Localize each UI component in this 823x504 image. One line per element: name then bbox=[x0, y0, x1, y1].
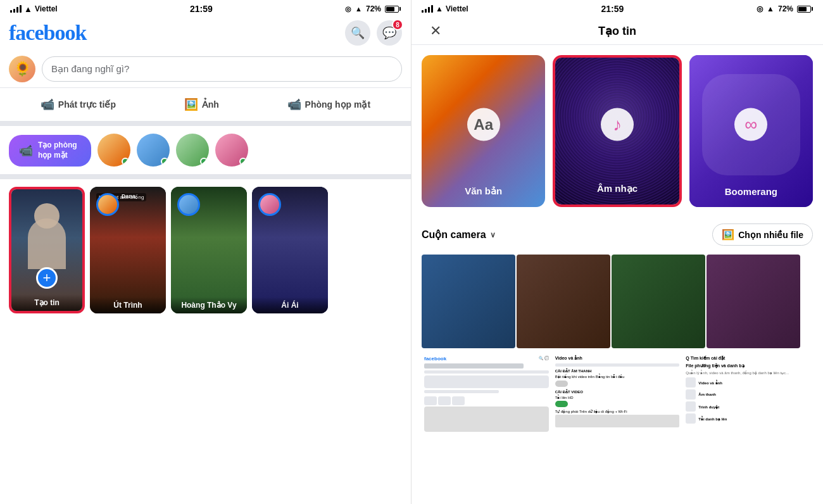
close-button[interactable]: ✕ bbox=[424, 20, 447, 42]
arrow-icon: ▲ bbox=[355, 5, 362, 13]
story-type-boomerang[interactable]: ∞ Boomerang bbox=[689, 55, 813, 207]
vanban-label: Văn bản bbox=[422, 186, 545, 197]
create-room-label: Tạo phònghọp mặt bbox=[38, 141, 77, 160]
battery-pct-left: 72% bbox=[366, 4, 381, 13]
user-avatar: 🌻 bbox=[9, 56, 35, 82]
bar4r bbox=[431, 5, 433, 13]
boomerang-label: Boomerang bbox=[689, 186, 813, 197]
chevron-down-icon: ∨ bbox=[490, 230, 496, 239]
post-input-area: 🌻 Bạn đang nghĩ gì? bbox=[0, 51, 411, 88]
header-icons: 🔍 💬 8 bbox=[345, 20, 402, 46]
status-right-right: ◎ ▲ 72% bbox=[757, 4, 813, 13]
room-button[interactable]: 📹 Phòng họp mặt bbox=[280, 93, 379, 116]
photo-button[interactable]: 🖼️ Ảnh bbox=[177, 93, 227, 116]
camera-roll-label[interactable]: Cuộn camera ∨ bbox=[422, 229, 496, 241]
carrier-right: Viettel bbox=[446, 4, 468, 13]
battery-icon-left bbox=[385, 6, 401, 13]
choose-files-label: Chọn nhiều file bbox=[738, 230, 803, 240]
wifi-icon: ▲ bbox=[24, 4, 32, 14]
amnhac-icon-circle: ♪ bbox=[601, 108, 634, 141]
bar3r bbox=[428, 7, 430, 13]
thumbnail-1[interactable] bbox=[422, 255, 515, 348]
create-story-title: Tạo tin bbox=[598, 24, 636, 38]
boomerang-icon-circle: ∞ bbox=[734, 108, 767, 141]
thumbnail-3[interactable] bbox=[612, 255, 705, 348]
messenger-badge: 8 bbox=[392, 19, 403, 30]
amnhac-icon: ♪ bbox=[613, 115, 622, 135]
post-input-box[interactable]: Bạn đang nghĩ gì? bbox=[42, 56, 402, 82]
signal-bars-right bbox=[422, 5, 433, 13]
story-type-amnhac[interactable]: ♪ Âm nhạc bbox=[553, 55, 681, 207]
story-add-icon: + bbox=[36, 267, 58, 289]
wifi-icon-right: ▲ bbox=[436, 4, 443, 13]
online-indicator-1 bbox=[122, 158, 129, 165]
facebook-logo: facebook bbox=[9, 21, 86, 45]
arrow-icon-right: ▲ bbox=[767, 4, 774, 13]
close-icon: ✕ bbox=[430, 23, 441, 39]
story-label-2: Hoàng Thảo Vy bbox=[171, 297, 247, 313]
live-button[interactable]: 📹 Phát trực tiếp bbox=[33, 93, 123, 116]
vanban-icon: Aa bbox=[474, 116, 493, 134]
search-icon: 🔍 bbox=[351, 26, 365, 40]
thumbnails-row bbox=[412, 252, 823, 351]
search-button[interactable]: 🔍 bbox=[345, 20, 370, 46]
story-contact-3[interactable] bbox=[176, 134, 209, 167]
post-placeholder: Bạn đang nghĩ gì? bbox=[51, 63, 129, 75]
status-bar-left: ▲ Viettel 21:59 ◎ ▲ 72% bbox=[0, 0, 411, 18]
create-story-label: Tạo tin bbox=[11, 294, 82, 311]
battery-pct-right: 72% bbox=[778, 4, 793, 13]
thumbnail-4[interactable] bbox=[707, 255, 800, 348]
camera-section: Cuộn camera ∨ 🖼️ Chọn nhiều file bbox=[412, 217, 823, 252]
nested-screenshot-settings-1: Q Tìm kiếm cài đặt File phương tiện và d… bbox=[683, 353, 813, 467]
story-types-row: Aa Văn bản ♪ Âm nhạc ∞ B bbox=[412, 45, 823, 217]
story-type-vanban[interactable]: Aa Văn bản bbox=[422, 55, 545, 207]
create-room-icon: 📹 bbox=[19, 144, 33, 158]
story-card-1[interactable]: Một chút anh chồng Dana Út Trình bbox=[90, 187, 166, 313]
bar4 bbox=[20, 5, 22, 13]
amnhac-label: Âm nhạc bbox=[555, 183, 679, 194]
carrier-left: Viettel bbox=[35, 4, 58, 13]
rooms-row: 📹 Tạo phònghọp mặt bbox=[0, 126, 411, 179]
create-story-card[interactable]: + Tạo tin bbox=[9, 187, 85, 313]
bar1 bbox=[10, 10, 12, 13]
live-icon: 📹 bbox=[41, 98, 54, 111]
create-room-button[interactable]: 📹 Tạo phònghọp mặt bbox=[9, 135, 91, 167]
camera-roll-text: Cuộn camera bbox=[422, 229, 486, 241]
choose-files-button[interactable]: 🖼️ Chọn nhiều file bbox=[712, 224, 813, 246]
left-panel: ▲ Viettel 21:59 ◎ ▲ 72% facebook 🔍 💬 8 bbox=[0, 0, 412, 504]
bar3 bbox=[16, 7, 18, 13]
files-icon: 🖼️ bbox=[722, 229, 734, 241]
time-right: 21:59 bbox=[601, 4, 624, 14]
bar2 bbox=[13, 9, 15, 13]
boomerang-icon: ∞ bbox=[744, 115, 757, 135]
status-right-left: ◎ ▲ 72% bbox=[345, 4, 401, 13]
signal-bars bbox=[10, 5, 22, 13]
story-card-3[interactable]: Ái Ái bbox=[252, 187, 328, 313]
thumbnail-2[interactable] bbox=[517, 255, 610, 348]
online-indicator-3 bbox=[200, 158, 208, 165]
header-left: facebook 🔍 💬 8 bbox=[0, 18, 411, 51]
photo-icon: 🖼️ bbox=[184, 98, 198, 111]
status-left-right: ▲ Viettel bbox=[422, 4, 468, 13]
room-label: Phòng họp mặt bbox=[305, 99, 371, 110]
messenger-button[interactable]: 💬 8 bbox=[377, 20, 402, 46]
status-bar-right: ▲ Viettel 21:59 ◎ ▲ 72% bbox=[412, 0, 823, 18]
create-story-header: ✕ Tạo tin bbox=[412, 18, 823, 45]
story-contact-1[interactable] bbox=[97, 134, 130, 167]
photo-label: Ảnh bbox=[202, 99, 219, 110]
live-label: Phát trực tiếp bbox=[58, 99, 116, 110]
story-card-2[interactable]: Hoàng Thảo Vy bbox=[171, 187, 247, 313]
story-label-3: Ái Ái bbox=[252, 297, 328, 313]
story-label-1: Út Trình bbox=[90, 297, 166, 313]
status-left: ▲ Viettel bbox=[10, 4, 58, 14]
bar1r bbox=[422, 10, 424, 13]
battery-icon-right bbox=[797, 6, 813, 13]
story-contact-4[interactable] bbox=[215, 134, 248, 167]
nested-fb-header: facebook 🔍 💬 bbox=[424, 356, 549, 362]
nested-screenshots: facebook 🔍 💬 Video và ảnh CÀ bbox=[412, 353, 823, 467]
stories-grid: + Tạo tin Một chút anh chồng Dana Út Trì… bbox=[0, 179, 411, 321]
online-indicator-2 bbox=[161, 158, 168, 165]
story-contact-2[interactable] bbox=[137, 134, 170, 167]
nested-screenshot-facebook: facebook 🔍 💬 bbox=[422, 353, 551, 467]
time-left: 21:59 bbox=[190, 4, 213, 14]
